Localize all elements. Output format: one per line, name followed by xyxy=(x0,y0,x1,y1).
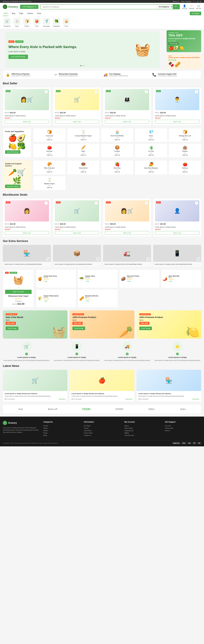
potato-add-btn[interactable]: + Add xyxy=(127,280,139,282)
product-card-2[interactable]: 🛒 NEW ♡ $32.00 $32.00 Lorem ipsum is sim… xyxy=(53,87,101,125)
footer-account-cart[interactable]: Shopping Cart xyxy=(124,430,161,432)
deal-card-2[interactable]: 🛒 NEW ♡ $10.00 $20.00 Lorem ipsum is sim… xyxy=(53,198,101,236)
dot-2[interactable] xyxy=(82,65,83,66)
news-card-1[interactable]: 🛒 Lorem ipsum is simply dummy text indus… xyxy=(3,370,68,402)
hero-card2-shopnow[interactable]: Shop Now ▶ xyxy=(168,59,176,61)
about-link[interactable]: About Us xyxy=(173,0,179,2)
order-tracking-link[interactable]: Order Tracking xyxy=(181,0,191,2)
nav-login[interactable]: ⊕ English xyxy=(190,12,201,15)
fruits-item-rolls[interactable]: 🥖 Rolls Free USD 16 xyxy=(67,144,100,158)
dot-3[interactable] xyxy=(84,65,85,66)
cart-action[interactable]: 🛒 My Cart xyxy=(196,4,201,9)
deal-cart-btn-3[interactable]: Add to Cart xyxy=(105,231,149,235)
quinoa-add-btn[interactable]: + Add xyxy=(44,300,58,302)
health-item-berrypop[interactable]: 🍓 Berry Pop Free USD 16 xyxy=(101,160,134,174)
product-card-4[interactable]: 👨‍💼 NEW ♡ $32.00 $32.00 Lorem ipsum is s… xyxy=(153,87,201,125)
footer-cat-dental[interactable]: Dental xyxy=(43,432,80,434)
footer-info-contactus[interactable]: Contact Us xyxy=(84,434,120,437)
account-action[interactable]: 👤 Account xyxy=(182,4,187,9)
search-input[interactable] xyxy=(41,4,157,9)
search-category-select[interactable]: All Categories xyxy=(157,4,173,9)
cat-item-vegetables[interactable]: 🥦 Vegetables xyxy=(52,18,61,27)
cat-item-breads[interactable]: 🍞 Breads xyxy=(22,18,31,27)
footer-account-history[interactable]: Order History xyxy=(124,427,161,430)
wishlist-btn-3[interactable]: ♡ xyxy=(145,90,148,94)
dot-1[interactable] xyxy=(80,65,81,66)
deal-cart-btn-4[interactable]: Add to Cart xyxy=(155,231,199,235)
deal-cart-btn-2[interactable]: Add to Cart xyxy=(55,231,99,235)
brand-soko[interactable]: Soko xyxy=(180,408,186,410)
deal-wish-4[interactable]: ♡ xyxy=(195,202,198,205)
footer-support-create[interactable]: Create online xyxy=(165,427,201,430)
nav-shop[interactable]: Shop xyxy=(36,11,42,16)
footer-cat-meals[interactable]: Meals xyxy=(43,434,80,437)
health-item-croissant[interactable]: 🥐 Bliss Croissant Free USD 16 xyxy=(33,160,66,174)
deal-wish-1[interactable]: ♡ xyxy=(44,202,48,205)
cat-item-onion[interactable]: 🧅 Onion xyxy=(62,18,70,27)
mini-product-potato[interactable]: 🥔 Daisy Farm Potato USD 16 ★★★★☆ + Add xyxy=(119,270,160,288)
product-card-3[interactable]: 👨‍👩‍👧 NEW ♡ $32.00 $32.00 Lorem ipsum is… xyxy=(103,87,151,125)
mini-product-honey[interactable]: 🍯 Golden State Honey $11.45 ★★★★☆ + Add xyxy=(36,270,76,288)
nav-fashion[interactable]: Fashion xyxy=(26,11,34,16)
brand-food[interactable]: FOOD xyxy=(82,408,90,411)
almonds-add-btn[interactable]: + Add xyxy=(85,300,98,302)
footer-cat-kitchen[interactable]: Kitchen xyxy=(43,430,80,432)
logo[interactable]: 🛒 Grocery xyxy=(3,4,18,9)
deal-card-3[interactable]: 👩‍🛒 NEW ♡ $10.00 $50.00 Lorem ipsum is s… xyxy=(103,198,151,236)
organic-add-btn[interactable]: + Add xyxy=(85,280,95,282)
nav-blog[interactable]: Blog xyxy=(11,11,16,16)
mini-product-almonds[interactable]: 🥜 Boundary Almonds $9.17 ★★★★☆ + Add xyxy=(78,289,118,308)
brand-bookoff[interactable]: Book-off xyxy=(48,408,57,410)
brand-super[interactable]: SUPER xyxy=(116,408,123,410)
health-item-mangoes[interactable]: 🥭 Juicy Bites Mangoes Free USD 16 xyxy=(135,160,167,174)
brand-zeal[interactable]: Zeal xyxy=(18,408,23,410)
wishlist-btn-1[interactable]: ♡ xyxy=(44,90,48,94)
mini-product-organic[interactable]: 🥗 Organic Valley $11.18 ★★★★☆ + Add xyxy=(78,270,118,288)
news-card-2[interactable]: 🍎 Lorem ipsum is simply dummy text indus… xyxy=(70,370,134,402)
nav-home[interactable]: Home xyxy=(3,11,8,16)
hero-card-shopnow[interactable]: Shop Now ▶ xyxy=(168,42,178,45)
fruits-item-muffins[interactable]: 🧁 Oven Fresh Muffins Free USD 16 xyxy=(101,128,134,142)
fruits-view-all-button[interactable]: View All Products xyxy=(5,150,20,154)
featured-add-to-cart-button[interactable]: ADD TO CART xyxy=(5,290,32,294)
search-button[interactable]: 🔍 xyxy=(173,4,180,9)
fruits-item-ketchup[interactable]: 🍅 Ketchup Free USD 16 xyxy=(33,144,66,158)
health-view-all-button[interactable]: View All Products xyxy=(5,185,20,188)
service-zoom-3[interactable]: 🔍 xyxy=(146,257,150,260)
health-item-donut[interactable]: 🍩 Sweet Donut Free USD 16 xyxy=(67,160,100,174)
service-zoom-2[interactable]: 🔍 xyxy=(96,257,100,260)
news-readmore-3[interactable]: Read More xyxy=(192,398,199,400)
product-card-1[interactable]: 👩‍🛒 NEW ♡ $32.00 $32.00 Lorem ipsum is s… xyxy=(3,87,51,125)
honey-add-btn[interactable]: + Add xyxy=(44,280,57,282)
footer-info-contact[interactable]: Contact xyxy=(84,427,120,430)
cat-item-beverages[interactable]: 🥤 Beverages xyxy=(42,18,51,27)
footer-support-returns[interactable]: Returns xyxy=(165,430,201,432)
deal-wish-2[interactable]: ♡ xyxy=(94,202,98,205)
fruits-item-crustloaf[interactable]: 🍞 Crust Loaf Free USD 16 xyxy=(33,128,66,142)
fruits-item-fropop[interactable]: 🧃 Fro Pop Free USD 16 xyxy=(135,144,167,158)
add-to-cart-1[interactable]: Add to Cart xyxy=(5,120,49,124)
facebook-icon[interactable]: f xyxy=(193,0,193,2)
deal-card-4[interactable]: 👤 NEW ♡ $10.00 $10.00 Lorem ipsum is sim… xyxy=(153,198,201,236)
service-zoom-4[interactable]: 🔍 xyxy=(197,257,200,260)
footer-support-live[interactable]: Live Chat xyxy=(165,424,201,427)
wishlist-btn-4[interactable]: ♡ xyxy=(195,90,198,94)
instagram-icon[interactable]: ig xyxy=(197,0,198,2)
category-dropdown[interactable]: ≡ All Categories ▼ xyxy=(20,5,38,9)
cat-item-garlic[interactable]: 🧄 Garlic xyxy=(13,18,21,27)
deal-cart-btn-1[interactable]: Add to Cart xyxy=(5,231,49,235)
mini-product-spice[interactable]: 🌶️ Spice World Mix $9.17 ★★★★☆ + Add xyxy=(161,270,201,288)
youtube-icon[interactable]: yt xyxy=(200,0,201,2)
add-to-cart-2[interactable]: Add to Cart xyxy=(55,120,99,124)
footer-account-track[interactable]: Track My Order xyxy=(124,434,161,437)
news-card-3[interactable]: 🏪 Lorem ipsum is simply dummy text indus… xyxy=(136,370,201,402)
discover-more-button[interactable]: DISCOVER MORE xyxy=(8,55,28,59)
sale-banner-btn-3[interactable]: Shop Now ▶ xyxy=(139,326,152,330)
featured-wish-btn[interactable]: ♡ xyxy=(5,286,32,288)
sale-banner-btn-1[interactable]: Shop Now ▶ xyxy=(6,326,18,330)
twitter-icon[interactable]: t xyxy=(195,0,196,2)
mini-product-quinoa[interactable]: 🌾 Organic Valley Quinoa $11.18 ★★★★☆ + A… xyxy=(36,289,76,308)
deal-wish-3[interactable]: ♡ xyxy=(145,202,148,205)
health-item-ketchup2[interactable]: 🍅 Ketchup Free USD 16 xyxy=(169,160,201,174)
fruits-item-cookies[interactable]: 🍪 Cookies Free USD 16 xyxy=(101,144,134,158)
